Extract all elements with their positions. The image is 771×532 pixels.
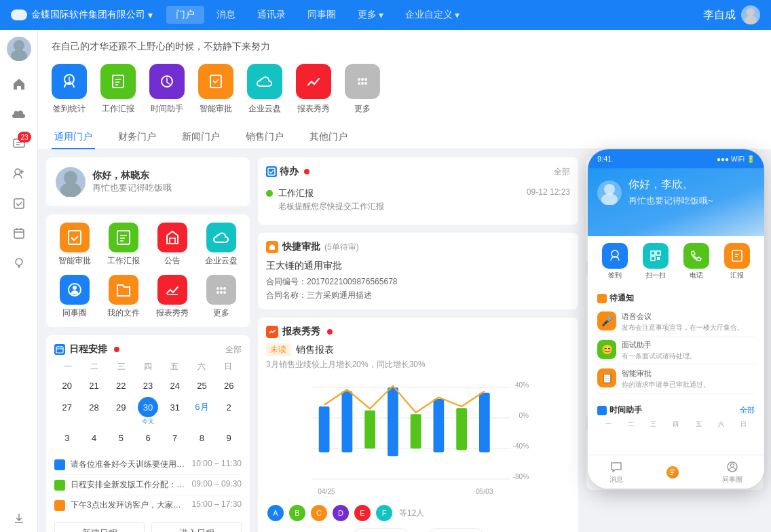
phone-icon-phone[interactable]: 电话 (679, 243, 714, 280)
cal-day-22[interactable]: 22 (108, 375, 134, 396)
avatar-2: B (288, 504, 307, 522)
sidebar-item-contacts[interactable] (5, 160, 33, 187)
svg-point-28 (223, 287, 226, 290)
app-icon-colleague-circle[interactable]: 同事圈 (54, 275, 95, 319)
time-all-link[interactable]: 全部 (740, 405, 755, 415)
sidebar-item-messages[interactable]: 23 (5, 130, 33, 157)
cal-day-30-today[interactable]: 30 今天 (135, 397, 161, 426)
todo-panel: 待办 全部 工作汇报 老板提醒您尽快提交工作汇报 09-12 12:23 (258, 157, 578, 225)
cal-day-8[interactable]: 8 (189, 428, 215, 448)
phone-icon-report[interactable]: 汇报 (719, 243, 755, 280)
nav-company[interactable]: 金蝶国际软件集团有限公司 ▾ (31, 9, 153, 21)
phone-scan-label: 扫一扫 (645, 271, 666, 280)
cal-day-31[interactable]: 31 (162, 397, 188, 417)
discuss-button[interactable]: 讨论 (425, 528, 486, 532)
like-button[interactable]: 点赞 (350, 528, 411, 532)
cal-day-20[interactable]: 20 (54, 375, 80, 396)
tab-general[interactable]: 通用门户 (52, 126, 95, 149)
dropdown-arrow[interactable]: ▾ (148, 10, 153, 20)
phone-icon-checkin[interactable]: 签到 (597, 243, 633, 280)
portal-icon-time[interactable]: 时间助手 (149, 64, 185, 115)
cal-day-28[interactable]: 28 (81, 397, 107, 417)
tab-other[interactable]: 其他门户 (307, 126, 350, 149)
app-icon-smart-approval[interactable]: 智能审批 (54, 223, 95, 267)
new-schedule-button[interactable]: 新建日程 (54, 522, 145, 532)
phone-icons-row: 签到 扫一扫 电话 汇报 (588, 236, 764, 287)
portal-icon-report[interactable]: 报表秀秀 (296, 64, 331, 115)
portal-icon-checkin[interactable]: 签到统计 (52, 64, 87, 115)
sidebar-item-home[interactable] (5, 71, 33, 98)
app-icon-cloud-drive[interactable]: 企业云盘 (201, 223, 242, 267)
sidebar-item-schedule[interactable] (5, 220, 33, 247)
svg-rect-65 (651, 251, 655, 255)
todo-all-link[interactable]: 全部 (554, 166, 570, 178)
phone-icon-scan[interactable]: 扫一扫 (638, 243, 673, 280)
colleague-circle-icon (60, 275, 90, 305)
portal-icon-more[interactable]: 更多 (345, 64, 380, 115)
phone-time: 9:41 (597, 155, 612, 163)
cal-day-24[interactable]: 24 (162, 375, 188, 396)
sidebar-item-download[interactable] (5, 505, 33, 532)
cal-day-25[interactable]: 25 (189, 375, 215, 396)
portal-icon-cloud[interactable]: 企业云盘 (247, 64, 282, 115)
sidebar-item-todo[interactable] (5, 190, 33, 217)
cal-day-6[interactable]: 6 (135, 428, 161, 448)
svg-rect-22 (117, 231, 130, 244)
cal-day-23[interactable]: 23 (135, 375, 161, 396)
cal-day-27[interactable]: 27 (54, 397, 80, 417)
phone-nav-messages[interactable]: 消息 (609, 460, 623, 484)
calendar-all-link[interactable]: 全部 (225, 344, 242, 356)
nav-link-custom[interactable]: 企业自定义▾ (396, 6, 469, 24)
portal-icon-approval[interactable]: 智能审批 (198, 64, 233, 115)
tab-finance[interactable]: 财务门户 (115, 126, 159, 149)
nav-link-portal[interactable]: 门户 (166, 6, 204, 24)
calendar-dot (114, 347, 119, 352)
enter-schedule-button[interactable]: 进入日程 (151, 522, 242, 532)
app-icon-work-report[interactable]: 工作汇报 (103, 223, 144, 267)
approval-contract-name: 合同名称：三方采购通用描述 (266, 290, 570, 301)
phone-user-avatar (597, 180, 622, 205)
cal-day-4[interactable]: 4 (81, 428, 107, 448)
avatar-6: F (375, 504, 394, 522)
cloud-label: 企业云盘 (248, 103, 281, 115)
avatar-4: D (331, 504, 350, 522)
nav-user-avatar[interactable] (741, 5, 760, 24)
nav-right: 李自成 (703, 5, 760, 24)
svg-point-17 (361, 82, 364, 85)
portal-icons: 签到统计 工作汇报 时间助手 智能审批 (52, 64, 757, 115)
app-icon-notice[interactable]: 公告 (152, 223, 193, 267)
cal-month-label[interactable]: 6月 (189, 397, 215, 417)
report-chart: 40% 0% -40% -80% (266, 376, 570, 498)
report-desc: 3月销售业绩较上月增长20%，同比增长30% (266, 359, 570, 370)
nav-link-more[interactable]: 更多▾ (348, 6, 393, 24)
cal-day-29[interactable]: 29 (108, 397, 134, 417)
app-icon-report2[interactable]: 报表秀秀 (152, 275, 193, 319)
svg-rect-45 (388, 387, 398, 456)
avatar-count: 等12人 (399, 508, 424, 519)
left-sidebar: 23 (0, 30, 38, 532)
schedule-time-0: 10:00 – 11:30 (192, 459, 242, 468)
portal-icon-workreport[interactable]: 工作汇报 (100, 64, 136, 115)
phone-nav-circle[interactable]: 同事圈 (722, 460, 742, 484)
cal-day-21[interactable]: 21 (81, 375, 107, 396)
cal-day-26[interactable]: 26 (216, 375, 242, 396)
tab-news[interactable]: 新闻门户 (179, 126, 223, 149)
cal-day-3[interactable]: 3 (54, 428, 80, 448)
app-icon-my-files[interactable]: 我的文件 (103, 275, 144, 319)
nav-link-messages[interactable]: 消息 (207, 6, 245, 24)
nav-link-contacts[interactable]: 通讯录 (248, 6, 295, 24)
todo-item-title: 工作汇报 (278, 187, 521, 200)
phone-nav-logo[interactable] (666, 466, 679, 479)
app-icon-more2[interactable]: 更多 (201, 275, 242, 319)
sidebar-user-avatar[interactable] (7, 37, 31, 61)
sidebar-item-ideas[interactable] (5, 250, 33, 277)
nav-links: 门户 消息 通讯录 同事圈 更多▾ 企业自定义▾ (166, 6, 703, 24)
cal-day-9[interactable]: 9 (216, 428, 242, 448)
svg-text:05/03: 05/03 (476, 488, 493, 495)
tab-sales[interactable]: 销售门户 (243, 126, 286, 149)
cal-day-5[interactable]: 5 (108, 428, 134, 448)
sidebar-item-cloud[interactable] (5, 100, 33, 128)
nav-link-circle[interactable]: 同事圈 (298, 6, 345, 24)
cal-day-7[interactable]: 7 (162, 428, 188, 448)
cal-day-2[interactable]: 2 (216, 397, 242, 417)
